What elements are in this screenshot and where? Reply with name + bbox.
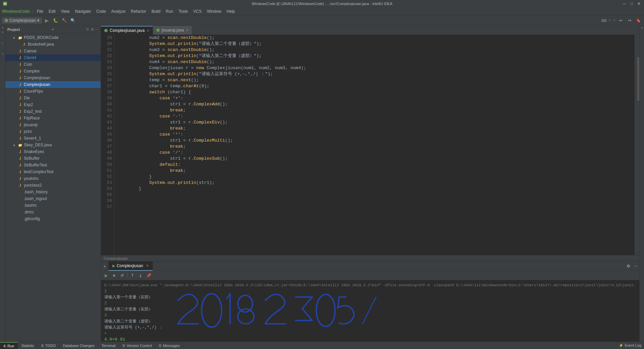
run-restart-button[interactable]: ↺	[118, 272, 126, 279]
run-output-line-2: 2	[104, 300, 636, 306]
menu-navigate[interactable]: Navigate	[72, 8, 94, 14]
project-strip-label[interactable]: P	[1, 27, 4, 29]
run-tab-close[interactable]: ✕	[146, 264, 149, 267]
tree-item-testComplexTest[interactable]: JtestComplexTest	[5, 168, 101, 175]
tree-item-yunclass2[interactable]: Jyunclass2	[5, 182, 101, 189]
tree-item-Die[interactable]: JDie	[5, 95, 101, 101]
run-rerun-button[interactable]: ▶	[102, 272, 110, 279]
tree-label: Sever4_1	[24, 136, 41, 141]
tree-item-dmrc[interactable]: ·.dmrc	[5, 209, 101, 215]
editor-scrollbar[interactable]	[635, 35, 639, 255]
project-collapse-button[interactable]: −	[95, 28, 99, 31]
tree-label: .bash_logout	[24, 196, 47, 201]
tree-label: youlishu	[24, 176, 39, 181]
tree-item-bashrc[interactable]: ·.bashrc	[5, 202, 101, 209]
tree-item-Caesar[interactable]: JCaesar	[5, 48, 101, 54]
tree-item-StrBuffer[interactable]: JStrBuffer	[5, 155, 101, 162]
favorites-strip-label[interactable]: F	[1, 53, 4, 55]
tree-item-CountFlips[interactable]: JCountFlips	[5, 88, 101, 95]
tree-item-PDDSBOOKCode[interactable]: ▶📁PDDS_BOOKCode	[5, 34, 101, 41]
tree-item-bashlogout[interactable]: ·.bash_logout	[5, 195, 101, 202]
menu-analyze[interactable]: Analyze	[109, 8, 128, 14]
tree-item-print[interactable]: Jprint	[5, 128, 101, 135]
tree-item-jisuanqi[interactable]: Jjisuanqi	[5, 121, 101, 128]
code-line-46: str1 = r.ComplexMulti();	[118, 138, 631, 144]
run-output: E:\JAVA\JDK\bin\java.exe "-javaagent:E:\…	[101, 280, 639, 342]
build-button[interactable]: 🔨	[61, 17, 68, 24]
tab-jisuanqi-close[interactable]: ✕	[186, 29, 189, 32]
bottom-tab-6TODO[interactable]: 6: TODO	[38, 342, 60, 349]
tree-item-StrBufferTest[interactable]: JStrBufferTest	[5, 162, 101, 168]
minimize-button[interactable]: ─	[622, 1, 627, 6]
run-panel-close[interactable]: −	[632, 262, 639, 270]
run-output-line-1: 请输入第一个变量（实部）	[104, 294, 636, 300]
code-line-51: break;	[118, 168, 631, 174]
menu-build[interactable]: Build	[149, 8, 163, 14]
run-config-name: Complexjiusan	[9, 18, 36, 23]
tree-item-Exp2test[interactable]: JExp2_test	[5, 108, 101, 115]
menu-vcs[interactable]: VCS	[191, 8, 204, 14]
toolbar-btn-1[interactable]: 🔍	[69, 17, 77, 24]
app-logo-menu[interactable]: WindowsCode	[0, 9, 32, 14]
run-scroll-bottom[interactable]: ⤓	[137, 272, 144, 279]
git-redo-button[interactable]: ↪	[626, 17, 633, 24]
run-panel-settings[interactable]: ⚙	[625, 262, 632, 270]
git-undo-button[interactable]: ↩	[617, 17, 625, 24]
tree-label: print	[24, 129, 32, 134]
tree-item-bashhistory[interactable]: ·.bash_history	[5, 189, 101, 195]
menu-run[interactable]: Run	[163, 8, 176, 14]
tree-item-Sever41[interactable]: JSever4_1	[5, 135, 101, 142]
tab-jisuanqi[interactable]: jisuanqi.java ✕	[153, 26, 192, 35]
tree-item-SnakeEyes[interactable]: JSnakeEyes	[5, 148, 101, 155]
project-sync-button[interactable]: ⟳	[86, 28, 90, 31]
tree-item-Bookshelfjava[interactable]: JBookshelf.java	[5, 41, 101, 48]
run-output-line-4: 3	[104, 312, 636, 318]
run-config-selector[interactable]: Complexjiusan ▾	[2, 17, 42, 23]
menu-view[interactable]: View	[58, 8, 72, 14]
run-tab-run[interactable]: ▶ Complexjiusan ✕	[108, 261, 153, 271]
tree-item-SkeyDESjava[interactable]: ▶📁Skey_DES.java	[5, 142, 101, 148]
tree-item-Complexjiusan[interactable]: JComplexjiusan	[5, 81, 101, 88]
run-panel-arrow-up[interactable]: ▲	[101, 264, 108, 268]
run-pin-button[interactable]: 📌	[145, 272, 152, 279]
debug-button[interactable]: 🐛	[52, 17, 59, 24]
event-log-button[interactable]: ⚡ Event Log	[616, 343, 644, 348]
tree-item-Exp2[interactable]: JExp2	[5, 101, 101, 108]
bottom-tab-9VersionControl[interactable]: 9: Version Control	[119, 342, 155, 349]
learn-strip-label[interactable]: L	[1, 43, 4, 44]
scrollbar-thumb[interactable]	[637, 57, 639, 101]
tab-complexjiusan[interactable]: Complexjiusan.java ✕	[101, 26, 153, 35]
tree-item-youlishu[interactable]: Jyoulishu	[5, 175, 101, 182]
structure-strip-label[interactable]: S	[1, 31, 4, 33]
bottom-tabs-container: 4: RunStatistic6: TODODatabase ChangesTe…	[0, 342, 183, 349]
run-stop-button[interactable]: ■	[110, 272, 118, 279]
bottom-tab-DatabaseChanges[interactable]: Database Changes	[60, 342, 98, 349]
tree-item-Coin[interactable]: JCoin	[5, 61, 101, 68]
close-button[interactable]: ✕	[637, 1, 641, 6]
menu-window[interactable]: Window	[204, 8, 224, 14]
menu-code[interactable]: Code	[94, 8, 109, 14]
project-settings-button[interactable]: ⚙	[90, 28, 95, 31]
code-content[interactable]: num2 = scan.nextDouble(); System.out.pri…	[114, 35, 635, 255]
bottom-tab-Statistic[interactable]: Statistic	[18, 342, 38, 349]
tab-complexjiusan-close[interactable]: ✕	[147, 29, 149, 33]
tree-label: Skey_DES.java	[24, 143, 52, 147]
git-bookmark-button[interactable]: 🔖	[635, 17, 642, 24]
tree-item-Complexjiusan[interactable]: JComplexjiusan	[5, 74, 101, 81]
menu-tools[interactable]: Tools	[176, 8, 191, 14]
run-button[interactable]: ▶	[43, 17, 51, 24]
menu-file[interactable]: File	[34, 8, 46, 14]
menu-edit[interactable]: Edit	[46, 8, 58, 14]
bottom-tab-4Run[interactable]: 4: Run	[0, 342, 18, 349]
tree-item-FilpRace[interactable]: JFilpRace	[5, 115, 101, 121]
run-scroll-top[interactable]: ⤒	[129, 272, 136, 279]
tree-item-Client4[interactable]: JClient4	[5, 54, 101, 61]
bottom-tab-0Messages[interactable]: 0: Messages	[156, 342, 183, 349]
bottom-tab-Terminal[interactable]: Terminal	[98, 342, 119, 349]
menu-help[interactable]: Help	[224, 8, 238, 14]
tree-item-Complex[interactable]: JComplex	[5, 68, 101, 74]
maximize-button[interactable]: □	[629, 1, 634, 6]
menu-refactor[interactable]: Refactor	[128, 8, 149, 14]
tree-item-gitconfig[interactable]: ·.gitconfig	[5, 215, 101, 222]
project-panel-dropdown[interactable]: ▾	[52, 28, 54, 31]
